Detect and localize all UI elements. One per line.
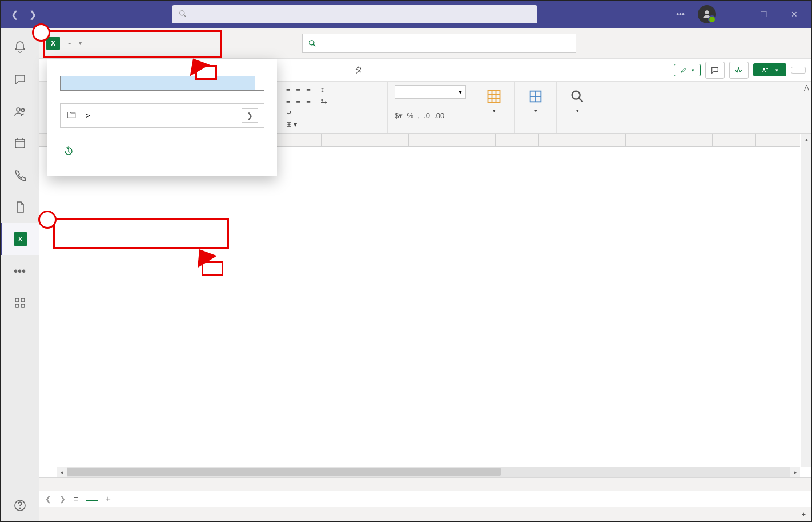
sidebar-item-help[interactable] <box>1 489 39 521</box>
annotation-badge-3 <box>38 211 57 229</box>
chat-icon <box>13 72 27 86</box>
close-button[interactable] <box>791 67 806 74</box>
styles-button[interactable]: ▾ <box>480 85 508 117</box>
col-header[interactable] <box>669 134 713 146</box>
svg-point-15 <box>309 41 314 45</box>
align-buttons-2[interactable]: ≡≡≡⇆ <box>286 97 380 106</box>
global-search[interactable] <box>172 5 537 23</box>
sheet-nav-next[interactable]: ❯ <box>59 495 66 503</box>
phone-icon <box>13 168 27 182</box>
folder-icon <box>66 110 77 122</box>
align-buttons[interactable]: ≡≡≡↕ <box>286 85 380 94</box>
svg-point-2 <box>705 10 709 14</box>
excel-app-icon: X <box>46 37 60 50</box>
zoom-in[interactable]: + <box>802 511 806 519</box>
comments-button[interactable] <box>705 62 725 79</box>
sidebar-item-excel[interactable]: X <box>1 223 39 255</box>
avatar[interactable] <box>698 5 716 23</box>
calendar-icon <box>13 136 27 150</box>
maximize-icon[interactable]: ☐ <box>751 1 777 28</box>
search-icon <box>179 10 187 19</box>
apps-icon <box>13 296 27 310</box>
col-header[interactable] <box>539 134 582 146</box>
sidebar-item-calendar[interactable] <box>1 127 39 159</box>
status-bar: — + <box>39 507 811 521</box>
teams-sidebar: X ••• <box>1 28 39 521</box>
svg-rect-10 <box>21 298 25 302</box>
bell-icon <box>13 41 27 54</box>
svg-point-0 <box>180 10 184 15</box>
chevron-down-icon: ▾ <box>79 40 82 46</box>
help-icon <box>13 499 27 512</box>
sidebar-item-files[interactable] <box>1 191 39 223</box>
history-icon <box>63 146 74 158</box>
horizontal-scrollbar[interactable]: ◂▸ <box>57 467 800 477</box>
excel-search[interactable] <box>302 34 576 53</box>
merge-button[interactable]: ⊞ ▾ <box>286 120 297 128</box>
sidebar-item-more[interactable]: ••• <box>1 255 39 287</box>
col-header[interactable] <box>626 134 669 146</box>
svg-line-27 <box>578 98 582 102</box>
location-row[interactable]: > ❯ <box>60 103 264 128</box>
file-icon <box>13 200 27 214</box>
col-header[interactable] <box>279 134 322 146</box>
svg-point-4 <box>21 109 24 112</box>
col-header[interactable] <box>365 134 409 146</box>
tab-review[interactable] <box>388 66 401 75</box>
col-header[interactable] <box>322 134 365 146</box>
sheet-nav-prev[interactable]: ❮ <box>45 495 51 503</box>
filename-input[interactable] <box>61 76 255 90</box>
grid[interactable] <box>39 147 800 467</box>
tab-help[interactable] <box>519 66 533 75</box>
collapse-ribbon-icon[interactable]: ⋀ <box>804 84 809 91</box>
chevron-right-icon[interactable]: ❯ <box>242 108 258 123</box>
sidebar-item-chat[interactable] <box>1 63 39 95</box>
vertical-scrollbar[interactable]: ▴ <box>801 134 811 467</box>
main-area: X - ▾ タ ▾ <box>39 28 811 521</box>
col-header[interactable] <box>452 134 496 146</box>
sheet-tab-row: ❮ ❯ ≡ + <box>39 491 811 507</box>
sidebar-item-calls[interactable] <box>1 159 39 191</box>
file-extension <box>255 76 264 90</box>
svg-rect-12 <box>21 304 25 307</box>
close-window-icon[interactable]: ✕ <box>781 1 807 28</box>
tab-automate[interactable] <box>468 66 481 75</box>
edit-mode-button[interactable]: ▾ <box>674 64 701 76</box>
sidebar-item-teams[interactable] <box>1 95 39 127</box>
col-header[interactable] <box>496 134 539 146</box>
version-history-button[interactable] <box>60 140 264 164</box>
all-sheets-icon[interactable]: ≡ <box>74 495 78 503</box>
tab-view[interactable] <box>428 66 441 75</box>
cells-button[interactable]: ▾ <box>522 85 549 117</box>
svg-rect-5 <box>15 139 25 148</box>
wrap-text-button[interactable]: ⤶ <box>286 109 292 117</box>
tab-data-partial[interactable]: タ <box>348 60 369 80</box>
chevron-down-icon: ▾ <box>692 67 694 73</box>
spreadsheet-area: ▴ ◂▸ <box>39 134 811 491</box>
filename-dropdown-trigger[interactable]: - ▾ <box>65 38 82 48</box>
annotation-badge-2 <box>32 23 50 42</box>
zoom-out[interactable]: — <box>777 511 783 519</box>
excel-icon: X <box>14 232 27 246</box>
add-sheet-button[interactable]: + <box>106 494 111 504</box>
more-icon[interactable]: ••• <box>668 1 693 28</box>
number-buttons[interactable]: $▾ % , .0 .00 <box>395 111 466 120</box>
col-header[interactable] <box>409 134 452 146</box>
col-header[interactable] <box>582 134 626 146</box>
nav-forward[interactable]: ❯ <box>23 5 42 23</box>
svg-rect-11 <box>15 304 19 307</box>
share-button[interactable]: ▾ <box>753 63 786 76</box>
number-format-select[interactable]: ▾ <box>395 85 466 99</box>
svg-line-1 <box>184 14 186 17</box>
col-header[interactable] <box>713 134 756 146</box>
sidebar-item-apps[interactable] <box>1 287 39 319</box>
svg-point-3 <box>17 108 20 111</box>
svg-rect-18 <box>488 91 500 103</box>
catchup-button[interactable] <box>729 62 749 79</box>
annotation-callout-2 <box>202 261 223 276</box>
editing-button[interactable]: ▾ <box>564 85 591 117</box>
sheet-tab[interactable] <box>86 497 98 501</box>
nav-back[interactable]: ❮ <box>5 5 23 23</box>
minimize-icon[interactable]: — <box>721 1 746 28</box>
svg-rect-9 <box>15 298 19 302</box>
